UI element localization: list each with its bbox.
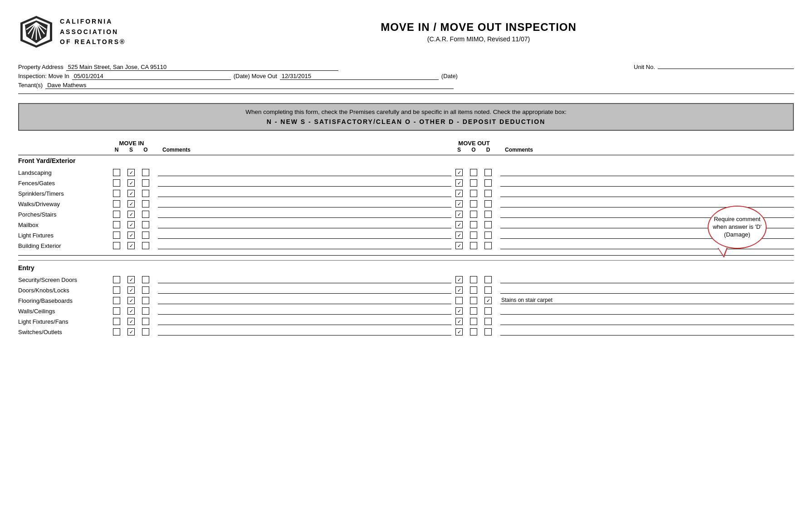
- mi-s-porches[interactable]: [124, 211, 138, 218]
- mi-o-landscaping[interactable]: [139, 169, 152, 176]
- mo-o-secdoor[interactable]: [467, 276, 480, 283]
- mo-s-doorsknobs[interactable]: [452, 286, 466, 294]
- mi-s-doorsknobs[interactable]: [124, 286, 138, 294]
- mi-s-landscaping[interactable]: [124, 169, 138, 176]
- mi-n-secdoor[interactable]: [110, 276, 123, 283]
- date-label1: (Date) Move Out: [234, 73, 277, 79]
- mi-s-switches[interactable]: [124, 328, 138, 336]
- mo-o-landscaping[interactable]: [467, 169, 480, 176]
- mo-s-lightfix[interactable]: [452, 232, 466, 239]
- mo-s-secdoor[interactable]: [452, 276, 466, 283]
- mo-s-fences[interactable]: [452, 179, 466, 187]
- mi-o-secdoor[interactable]: [139, 276, 152, 283]
- mo-s-porches[interactable]: [452, 211, 466, 218]
- mi-o-sprinklers[interactable]: [139, 190, 152, 197]
- mi-o-walls[interactable]: [139, 307, 152, 315]
- row-light-fixtures-ext: Light Fixtures: [18, 230, 794, 240]
- page-header: CALIFORNIA ASSOCIATION OF REALTORS® MOVE…: [18, 14, 794, 50]
- row-switches: Switches/Outlets: [18, 327, 794, 337]
- mi-s-bldgext[interactable]: [124, 242, 138, 249]
- mo-d-sprinklers[interactable]: [481, 190, 495, 197]
- mi-n-lightfans[interactable]: [110, 318, 123, 325]
- mo-s-lightfans[interactable]: [452, 318, 466, 325]
- mo-o-walls[interactable]: [467, 307, 480, 315]
- mo-comment-switches: [496, 328, 794, 336]
- mi-n-lightfix[interactable]: [110, 232, 123, 239]
- mi-s-sprinklers[interactable]: [124, 190, 138, 197]
- item-security-doors: Security/Screen Doors: [18, 276, 109, 283]
- mo-s-flooring[interactable]: [452, 297, 466, 304]
- mi-o-doorsknobs[interactable]: [139, 286, 152, 294]
- mi-o-switches[interactable]: [139, 328, 152, 336]
- mi-o-mailbox[interactable]: [139, 221, 152, 228]
- mo-s-sprinklers[interactable]: [452, 190, 466, 197]
- mo-d-flooring[interactable]: [481, 297, 495, 304]
- mo-s-walks[interactable]: [452, 200, 466, 207]
- mi-s-fences[interactable]: [124, 179, 138, 187]
- mi-s-mailbox[interactable]: [124, 221, 138, 228]
- mo-o-walks[interactable]: [467, 200, 480, 207]
- unit-value: [658, 69, 794, 69]
- mo-s-mailbox[interactable]: [452, 221, 466, 228]
- mo-o-lightfix[interactable]: [467, 232, 480, 239]
- mo-o-porches[interactable]: [467, 211, 480, 218]
- mo-o-flooring[interactable]: [467, 297, 480, 304]
- mi-o-lightfix[interactable]: [139, 232, 152, 239]
- mo-d-walks[interactable]: [481, 200, 495, 207]
- mo-s-walls[interactable]: [452, 307, 466, 315]
- mi-o-flooring[interactable]: [139, 297, 152, 304]
- mo-s-switches[interactable]: [452, 328, 466, 336]
- mi-o-lightfans[interactable]: [139, 318, 152, 325]
- mi-n-walls[interactable]: [110, 307, 123, 315]
- col-o-out-header: O: [467, 147, 480, 153]
- mi-n-flooring[interactable]: [110, 297, 123, 304]
- mi-n-mailbox[interactable]: [110, 221, 123, 228]
- item-doors-knobs: Doors/Knobs/Locks: [18, 287, 109, 294]
- mo-o-doorsknobs[interactable]: [467, 286, 480, 294]
- item-landscaping: Landscaping: [18, 169, 109, 176]
- mi-n-switches[interactable]: [110, 328, 123, 336]
- mo-d-walls[interactable]: [481, 307, 495, 315]
- mo-s-landscaping[interactable]: [452, 169, 466, 176]
- mi-n-walks[interactable]: [110, 200, 123, 207]
- logo-area: CALIFORNIA ASSOCIATION OF REALTORS®: [18, 14, 163, 50]
- mi-s-walls[interactable]: [124, 307, 138, 315]
- mo-d-lightfix[interactable]: [481, 232, 495, 239]
- mo-o-sprinklers[interactable]: [467, 190, 480, 197]
- mi-s-walks[interactable]: [124, 200, 138, 207]
- mo-o-bldgext[interactable]: [467, 242, 480, 249]
- mo-d-landscaping[interactable]: [481, 169, 495, 176]
- col-s-out-header: S: [452, 147, 466, 153]
- mi-n-sprinklers[interactable]: [110, 190, 123, 197]
- mo-o-fences[interactable]: [467, 179, 480, 187]
- mi-n-fences[interactable]: [110, 179, 123, 187]
- mo-d-doorsknobs[interactable]: [481, 286, 495, 294]
- mi-s-secdoor[interactable]: [124, 276, 138, 283]
- mi-o-porches[interactable]: [139, 211, 152, 218]
- mi-s-flooring[interactable]: [124, 297, 138, 304]
- mo-o-lightfans[interactable]: [467, 318, 480, 325]
- mi-n-landscaping[interactable]: [110, 169, 123, 176]
- mo-o-mailbox[interactable]: [467, 221, 480, 228]
- mi-n-bldgext[interactable]: [110, 242, 123, 249]
- item-sprinklers: Sprinklers/Timers: [18, 190, 109, 197]
- mi-n-doorsknobs[interactable]: [110, 286, 123, 294]
- car-logo-icon: [18, 14, 54, 50]
- mi-o-bldgext[interactable]: [139, 242, 152, 249]
- mo-d-lightfans[interactable]: [481, 318, 495, 325]
- mo-d-fences[interactable]: [481, 179, 495, 187]
- mi-comment-walks: [153, 200, 451, 207]
- mi-s-lightfans[interactable]: [124, 318, 138, 325]
- mo-s-bldgext[interactable]: [452, 242, 466, 249]
- mo-d-secdoor[interactable]: [481, 276, 495, 283]
- mo-d-mailbox[interactable]: [481, 221, 495, 228]
- mo-d-porches[interactable]: [481, 211, 495, 218]
- mi-o-fences[interactable]: [139, 179, 152, 187]
- mo-o-switches[interactable]: [467, 328, 480, 336]
- mi-s-lightfix[interactable]: [124, 232, 138, 239]
- mo-d-switches[interactable]: [481, 328, 495, 336]
- mo-d-bldgext[interactable]: [481, 242, 495, 249]
- mi-n-porches[interactable]: [110, 211, 123, 218]
- mi-o-walks[interactable]: [139, 200, 152, 207]
- col-comments-out-header: Comments: [496, 147, 794, 153]
